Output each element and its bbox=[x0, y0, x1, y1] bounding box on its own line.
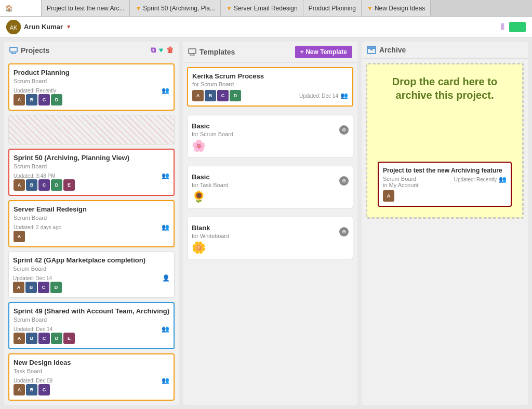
save-icon[interactable]: ♥ bbox=[159, 46, 163, 55]
card-updated: Updated: Dec 14 bbox=[14, 326, 52, 332]
avatar-4: D bbox=[51, 333, 62, 344]
card-avatars: A B C D E bbox=[14, 333, 169, 344]
archive-drop-zone[interactable]: Drop the card here to archive this proje… bbox=[366, 63, 524, 219]
template-title: Basic bbox=[192, 173, 229, 181]
project-card-sprint42[interactable]: Sprint 42 (GApp Marketplace completion) … bbox=[8, 252, 175, 298]
arrow-icon-3: ▼ bbox=[367, 5, 373, 12]
monitor-icon bbox=[9, 47, 18, 54]
avatar-5: E bbox=[63, 179, 75, 191]
people-icon: 👥 bbox=[162, 223, 169, 231]
templates-list: Kerika Scrum Process for Scrum Board A B… bbox=[183, 63, 357, 405]
arrow-icon-2: ▼ bbox=[226, 5, 232, 12]
hatch-placeholder bbox=[8, 115, 175, 144]
archived-avatar-1: A bbox=[383, 190, 394, 202]
delete-icon[interactable]: 🗑 bbox=[166, 46, 174, 55]
tab-sprint50[interactable]: ▼ Sprint 50 (Archiving, Pla... bbox=[130, 0, 221, 16]
template-more-btn[interactable]: ⊕ bbox=[339, 125, 349, 135]
tab-bar: 🏠 Home Project to test the new Arc... ▼ … bbox=[0, 0, 532, 17]
user-info[interactable]: AK Arun Kumar ▼ bbox=[6, 20, 71, 34]
avatar-3: C bbox=[38, 384, 50, 395]
t-avatar-3: C bbox=[217, 90, 229, 101]
archive-title: Archive bbox=[379, 46, 406, 54]
archived-card-avatars: A bbox=[383, 190, 507, 202]
tab-new-design[interactable]: ▼ New Design Ideas bbox=[362, 0, 431, 16]
archived-card[interactable]: Project to test the new Archiving featur… bbox=[378, 162, 512, 207]
tab-home-label: Home bbox=[13, 5, 30, 12]
card-title: New Design Ideas bbox=[14, 359, 169, 366]
people-icon: 👥 bbox=[340, 92, 348, 99]
template-more-btn[interactable]: ⊕ bbox=[339, 227, 349, 236]
template-card-kerika-scrum[interactable]: Kerika Scrum Process for Scrum Board A B… bbox=[187, 67, 353, 107]
card-meta: Updated: 3:48 PM 👥 bbox=[14, 172, 169, 179]
avatar-3: C bbox=[38, 94, 50, 105]
people-icon: 👥 bbox=[162, 87, 169, 94]
dropdown-arrow-icon: ▼ bbox=[66, 24, 71, 30]
archived-card-account: in My Account bbox=[383, 182, 418, 188]
copy-icon[interactable]: ⧉ bbox=[151, 46, 156, 55]
project-card-sprint49[interactable]: Sprint 49 (Shared with Account Team, Arc… bbox=[8, 302, 175, 349]
columns-icon[interactable]: ⦀ bbox=[501, 21, 505, 32]
archived-card-title: Project to test the new Archiving featur… bbox=[383, 167, 507, 174]
card-meta: Updated: 2 days ago 👥 bbox=[14, 223, 169, 231]
template-meta: A B C D Updated: Dec 14 👥 bbox=[192, 90, 348, 101]
card-title: Sprint 50 (Archiving, Planning View) bbox=[14, 154, 169, 162]
people-icon: 👥 bbox=[162, 172, 169, 179]
card-meta: Updated: Recently 👥 bbox=[14, 87, 169, 94]
card-updated: Updated: Recently bbox=[14, 88, 56, 94]
tab-server-email[interactable]: ▼ Server Email Redesign bbox=[221, 0, 303, 16]
people-icon: 👥 bbox=[499, 176, 507, 183]
tab-new-design-label: New Design Ideas bbox=[375, 5, 425, 12]
monitor-icon-templates bbox=[188, 48, 196, 56]
people-icon: 👤 bbox=[162, 274, 170, 282]
card-subtitle: Scrum Board bbox=[14, 163, 169, 169]
avatar-3: C bbox=[38, 179, 50, 191]
archive-header: Archive bbox=[362, 42, 528, 59]
card-subtitle: Task Board bbox=[14, 368, 169, 374]
avatar-1: A bbox=[14, 333, 25, 344]
new-template-button[interactable]: + New Template bbox=[295, 46, 352, 58]
template-subtitle: for Scrum Board bbox=[192, 131, 233, 137]
templates-column: Templates + New Template Kerika Scrum Pr… bbox=[183, 42, 357, 405]
svg-text:AK: AK bbox=[10, 24, 18, 31]
template-title: Basic bbox=[192, 122, 233, 130]
avatar-2: B bbox=[26, 94, 37, 105]
templates-header: Templates + New Template bbox=[183, 42, 357, 63]
people-icon: 👥 bbox=[162, 325, 169, 333]
avatar-2: B bbox=[25, 282, 37, 293]
template-card-basic-scrum[interactable]: Basic for Scrum Board ⊕ 🌸 bbox=[187, 115, 353, 157]
avatar-1: A bbox=[13, 282, 24, 293]
archive-icon bbox=[367, 46, 376, 54]
card-title: Product Planning bbox=[14, 69, 169, 76]
project-card-server-email[interactable]: Server Email Redesign Scrum Board Update… bbox=[8, 200, 175, 247]
arrow-icon: ▼ bbox=[135, 5, 141, 12]
template-meta-top: Blank for Whiteboard ⊕ bbox=[192, 224, 349, 239]
tab-home[interactable]: 🏠 Home bbox=[0, 0, 42, 16]
avatar: AK bbox=[6, 20, 21, 34]
tab-project-test[interactable]: Project to test the new Arc... bbox=[42, 0, 130, 16]
template-card-basic-task[interactable]: Basic for Task Board ⊕ 🌻 bbox=[187, 166, 353, 208]
template-meta-top: Basic for Task Board ⊕ bbox=[192, 173, 349, 188]
tab-product-planning[interactable]: Product Planning bbox=[303, 0, 362, 16]
project-card-sprint50[interactable]: Sprint 50 (Archiving, Planning View) Scr… bbox=[8, 149, 175, 196]
t-avatar-2: B bbox=[205, 90, 216, 101]
template-subtitle: for Scrum Board bbox=[192, 81, 348, 87]
templates-title: Templates bbox=[200, 48, 235, 56]
project-card-product-planning[interactable]: Product Planning Scrum Board Updated: Re… bbox=[8, 63, 175, 111]
card-title: Sprint 42 (GApp Marketplace completion) bbox=[13, 256, 170, 264]
card-avatars: A B C D E bbox=[14, 179, 169, 191]
template-more-btn[interactable]: ⊕ bbox=[339, 176, 349, 186]
card-avatars: A B C D bbox=[13, 282, 170, 293]
avatar-4: D bbox=[50, 282, 62, 293]
projects-column: Projects ⧉ ♥ 🗑 Product Planning Scrum Bo… bbox=[4, 42, 179, 405]
avatar-5: E bbox=[63, 333, 75, 344]
avatar-4: D bbox=[51, 179, 62, 191]
avatar-1: A bbox=[14, 94, 25, 105]
tab-server-email-label: Server Email Redesign bbox=[234, 5, 298, 12]
templates-header-actions: + New Template bbox=[295, 46, 352, 58]
template-card-blank-whiteboard[interactable]: Blank for Whiteboard ⊕ 🌼 bbox=[187, 217, 353, 259]
card-title: Server Email Redesign bbox=[14, 205, 169, 213]
project-card-new-design[interactable]: New Design Ideas Task Board Updated: Dec… bbox=[8, 353, 175, 401]
card-avatars: A bbox=[14, 231, 169, 242]
status-icon[interactable] bbox=[509, 22, 526, 32]
projects-header-icons: ⧉ ♥ 🗑 bbox=[151, 46, 174, 55]
